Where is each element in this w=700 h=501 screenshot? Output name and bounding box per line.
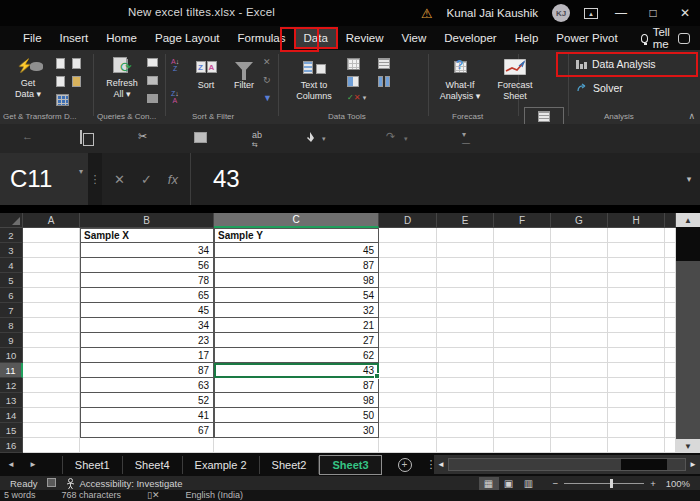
from-table-icon[interactable] [56,94,69,108]
cell[interactable] [379,273,437,288]
column-header-C[interactable]: C [214,213,379,228]
cell[interactable] [23,243,80,258]
cell[interactable] [23,378,80,393]
select-all-corner[interactable] [0,213,23,228]
cell[interactable] [665,423,676,438]
cell[interactable] [437,243,494,258]
cell[interactable] [379,408,437,423]
cell[interactable] [665,408,676,423]
cell[interactable] [23,423,80,438]
cell[interactable] [23,288,80,303]
cell[interactable]: 65 [80,288,214,303]
cell[interactable] [608,378,665,393]
cell[interactable] [494,423,551,438]
filter-button[interactable]: Filter [226,56,262,91]
cell[interactable] [665,318,676,333]
accessibility-status[interactable]: Accessibility: Investigate [66,478,182,489]
cell[interactable] [379,348,437,363]
cell[interactable] [437,228,494,243]
cell[interactable]: 87 [214,258,379,273]
ribbon-display-options-icon[interactable]: ▴ [584,8,598,19]
cell[interactable] [23,318,80,333]
sort-button[interactable]: Z A Sort [188,56,224,91]
row-header-9[interactable]: 9 [0,333,23,348]
cell[interactable] [23,348,80,363]
cell[interactable] [437,378,494,393]
cell[interactable] [437,333,494,348]
consolidate-icon[interactable] [378,58,390,71]
sheet-tab-sheet3[interactable]: Sheet3 [319,455,381,475]
cell[interactable] [608,288,665,303]
cell[interactable] [379,228,437,243]
sheet-tab-example-2[interactable]: Example 2 [183,456,260,474]
cell[interactable]: 54 [214,288,379,303]
cell[interactable] [494,438,551,453]
maximize-button[interactable]: □ [644,6,662,20]
cell[interactable] [23,438,80,453]
cell[interactable] [665,393,676,408]
scroll-up-icon[interactable]: ▲ [676,213,700,227]
clear-filter-icon[interactable]: ✕ [263,58,271,67]
cell[interactable]: 98 [214,273,379,288]
name-box-dropdown-icon[interactable]: ▾ [79,167,83,176]
touch-mode-chevron-icon[interactable]: ▾ [322,135,326,142]
cell[interactable] [494,393,551,408]
tab-power-pivot[interactable]: Power Pivot [547,28,626,48]
row-header-5[interactable]: 5 [0,273,23,288]
cell[interactable] [494,378,551,393]
existing-connections-icon[interactable] [72,76,81,89]
cell[interactable] [551,438,608,453]
cell[interactable] [437,423,494,438]
cell[interactable]: 34 [80,243,214,258]
cell[interactable] [494,363,551,378]
cell[interactable]: 78 [80,273,214,288]
zoom-level[interactable]: 100% [666,478,690,489]
cell[interactable] [437,348,494,363]
redo-chevron-icon[interactable]: ▾ [404,135,408,142]
cell[interactable] [437,318,494,333]
cell[interactable] [437,393,494,408]
cell[interactable] [551,303,608,318]
cell[interactable] [379,333,437,348]
scroll-right-icon[interactable]: ► [686,460,700,469]
row-header-6[interactable]: 6 [0,288,23,303]
cell[interactable]: 45 [80,303,214,318]
row-header-16[interactable]: 16 [0,438,23,453]
what-if-analysis-button[interactable]: ? What-If Analysis ▾ [432,56,488,101]
page-layout-view-icon[interactable]: ▣ [499,477,519,490]
cell[interactable]: 27 [214,333,379,348]
horizontal-scrollbar[interactable]: ◄ ► [434,455,700,474]
cell[interactable] [551,348,608,363]
column-header-E[interactable]: E [437,213,494,228]
cell[interactable] [665,363,676,378]
cell[interactable] [494,303,551,318]
cell[interactable]: Sample Y [214,228,379,243]
cell[interactable] [379,393,437,408]
cell[interactable] [665,438,676,453]
row-header-8[interactable]: 8 [0,318,23,333]
formula-bar-handle[interactable]: ⋮ [88,153,102,205]
row-header-15[interactable]: 15 [0,423,23,438]
cell[interactable]: 98 [214,393,379,408]
cell[interactable] [379,423,437,438]
cell[interactable] [551,333,608,348]
tab-formulas[interactable]: Formulas [229,28,295,48]
touch-mode-icon[interactable] [306,131,316,145]
advanced-filter-icon[interactable]: ▼ [263,94,272,103]
cell[interactable] [551,378,608,393]
cell[interactable] [608,423,665,438]
cell[interactable]: 67 [80,423,214,438]
tab-review[interactable]: Review [337,28,393,48]
redo-icon[interactable]: ↷ [386,131,395,142]
expand-formula-bar-icon[interactable]: ▾ [678,153,700,205]
cell[interactable] [494,408,551,423]
tab-insert[interactable]: Insert [51,28,98,48]
refresh-all-button[interactable]: ⟳ Refresh All ▾ [100,56,144,99]
tab-page-layout[interactable]: Page Layout [146,28,229,48]
insert-function-icon[interactable]: fx [168,172,178,187]
cell[interactable] [494,288,551,303]
cell[interactable] [437,288,494,303]
close-button[interactable]: ✕ [676,6,694,20]
cell[interactable] [494,228,551,243]
column-header-D[interactable]: D [379,213,437,228]
